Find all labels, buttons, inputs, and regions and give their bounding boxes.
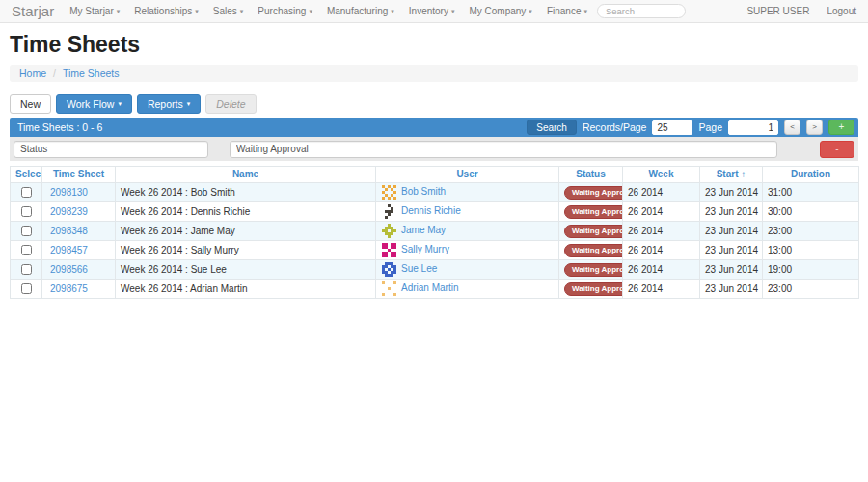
timesheet-row: 2098457Week 26 2014 : Sally MurrySally M… — [11, 241, 859, 260]
user-cell: Sue Lee — [376, 260, 559, 280]
user-cell: Sally Murry — [376, 241, 559, 260]
timesheet-id-cell: 2098239 — [42, 202, 116, 222]
timesheet-row: 2098675Week 26 2014 : Adrian MartinAdria… — [11, 280, 859, 299]
user-link[interactable]: Bob Smith — [401, 186, 446, 197]
user-link[interactable]: Sally Murry — [401, 244, 449, 254]
status-cell: Waiting Approval — [559, 280, 623, 299]
timesheet-id-cell: 2098348 — [42, 222, 116, 241]
page-number-input[interactable] — [728, 120, 778, 135]
brand-logo[interactable]: Starjar — [12, 3, 54, 19]
nav-search-input[interactable] — [597, 4, 686, 18]
nav-item-inventory[interactable]: Inventory▾ — [409, 6, 455, 16]
sort-asc-icon: ↑ — [741, 169, 746, 179]
timesheet-id-link[interactable]: 2098130 — [50, 187, 88, 198]
user-identicon-avatar — [382, 281, 396, 296]
filter-value-input[interactable] — [230, 141, 777, 158]
column-header-week[interactable]: Week — [623, 167, 700, 183]
new-button[interactable]: New — [10, 94, 51, 114]
user-cell: Dennis Richie — [376, 202, 559, 222]
next-page-button[interactable]: > — [806, 120, 823, 135]
timesheet-id-link[interactable]: 2098348 — [50, 226, 88, 236]
search-button[interactable]: Search — [527, 120, 577, 135]
remove-filter-button[interactable]: - — [820, 141, 854, 158]
select-cell — [11, 222, 42, 241]
filter-field-input[interactable] — [14, 141, 208, 158]
duration-cell: 19:00 — [763, 260, 859, 280]
list-title: Time Sheets : 0 - 6 — [17, 121, 102, 133]
timesheet-id-link[interactable]: 2098675 — [50, 283, 88, 294]
breadcrumb-home-link[interactable]: Home — [19, 67, 46, 79]
row-select-checkbox[interactable] — [21, 245, 32, 255]
nav-item-relationships[interactable]: Relationships▾ — [134, 6, 199, 16]
week-cell: 26 2014 — [623, 260, 700, 280]
navbar-right: SUPER USER Logout — [746, 6, 856, 16]
prev-page-button[interactable]: < — [784, 120, 800, 135]
duration-cell: 30:00 — [763, 202, 859, 222]
add-button[interactable]: + — [828, 120, 854, 135]
user-menu-link[interactable]: SUPER USER — [746, 6, 809, 16]
week-cell: 26 2014 — [623, 222, 700, 241]
select-cell — [11, 183, 42, 202]
timesheet-id-link[interactable]: 2098566 — [50, 264, 88, 275]
start-cell: 23 Jun 2014 — [700, 222, 763, 241]
column-header-select[interactable]: Select — [11, 167, 42, 183]
status-badge: Waiting Approval — [564, 225, 623, 238]
user-link[interactable]: Sue Lee — [401, 263, 437, 274]
status-cell: Waiting Approval — [559, 202, 623, 222]
row-select-checkbox[interactable] — [21, 264, 32, 275]
column-header-duration[interactable]: Duration — [763, 167, 859, 183]
column-header-user[interactable]: User — [376, 167, 559, 183]
row-select-checkbox[interactable] — [21, 206, 32, 217]
user-cell: Bob Smith — [376, 183, 559, 202]
row-select-checkbox[interactable] — [21, 283, 32, 294]
delete-button[interactable]: Delete — [205, 94, 256, 114]
week-cell: 26 2014 — [623, 202, 700, 222]
user-link[interactable]: Dennis Richie — [401, 205, 461, 216]
column-header-start[interactable]: Start ↑ — [700, 167, 763, 183]
row-select-checkbox[interactable] — [21, 187, 32, 198]
timesheet-id-cell: 2098130 — [42, 183, 116, 202]
user-identicon-avatar — [382, 243, 396, 257]
records-per-page-input[interactable] — [652, 120, 692, 135]
status-badge: Waiting Approval — [564, 205, 623, 219]
pagination-controls: Search Records/Page Page < > + — [527, 120, 854, 135]
start-cell: 23 Jun 2014 — [700, 280, 763, 299]
nav-item-my-company[interactable]: My Company▾ — [469, 6, 531, 16]
nav-item-sales[interactable]: Sales▾ — [213, 6, 244, 16]
breadcrumb-current-link[interactable]: Time Sheets — [63, 67, 120, 79]
column-header-timesheet[interactable]: Time Sheet — [42, 167, 116, 183]
breadcrumb-separator: / — [53, 67, 56, 79]
column-header-status[interactable]: Status — [559, 167, 623, 183]
user-identicon-avatar — [382, 224, 396, 238]
timesheet-row: 2098566Week 26 2014 : Sue LeeSue LeeWait… — [11, 260, 859, 280]
timesheet-id-cell: 2098566 — [42, 260, 116, 280]
timesheet-name-cell: Week 26 2014 : Dennis Richie — [116, 202, 376, 222]
timesheet-name-cell: Week 26 2014 : Sue Lee — [116, 260, 376, 280]
workflow-label: Work Flow — [67, 98, 114, 110]
status-badge: Waiting Approval — [564, 186, 623, 200]
timesheet-id-link[interactable]: 2098239 — [50, 206, 88, 217]
start-cell: 23 Jun 2014 — [700, 202, 763, 222]
nav-item-purchasing[interactable]: Purchasing▾ — [258, 6, 312, 16]
timesheet-id-cell: 2098457 — [42, 241, 116, 260]
user-cell: Jame May — [376, 222, 559, 241]
duration-cell: 23:00 — [763, 280, 859, 299]
logout-link[interactable]: Logout — [827, 6, 856, 16]
reports-dropdown-button[interactable]: Reports ▾ — [137, 94, 201, 114]
user-link[interactable]: Jame May — [401, 225, 446, 235]
workflow-dropdown-button[interactable]: Work Flow ▾ — [56, 94, 132, 114]
status-cell: Waiting Approval — [559, 241, 623, 260]
column-header-name[interactable]: Name — [116, 167, 376, 183]
row-select-checkbox[interactable] — [21, 226, 32, 236]
user-identicon-avatar — [382, 185, 396, 200]
chevron-down-icon: ▾ — [187, 100, 191, 108]
nav-item-finance[interactable]: Finance▾ — [547, 6, 587, 16]
nav-item-manufacturing[interactable]: Manufacturing▾ — [327, 6, 394, 16]
start-cell: 23 Jun 2014 — [700, 183, 763, 202]
user-link[interactable]: Adrian Martin — [401, 282, 458, 293]
select-cell — [11, 280, 42, 299]
timesheet-table: Select Time Sheet Name User Status Week … — [10, 166, 859, 299]
nav-item-my-starjar[interactable]: My Starjar▾ — [69, 6, 120, 16]
timesheet-id-link[interactable]: 2098457 — [50, 245, 88, 255]
timesheet-id-cell: 2098675 — [42, 280, 116, 299]
